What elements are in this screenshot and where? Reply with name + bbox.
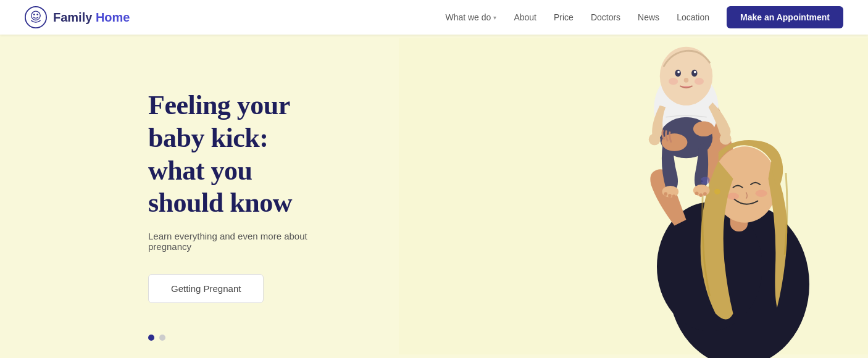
make-appointment-button[interactable]: Make an Appointment bbox=[727, 6, 843, 28]
svg-point-16 bbox=[664, 192, 667, 196]
slide-dots bbox=[148, 335, 165, 341]
svg-point-25 bbox=[675, 70, 681, 77]
svg-point-24 bbox=[660, 47, 713, 106]
svg-point-3 bbox=[36, 14, 38, 15]
nav-item-about[interactable]: About bbox=[514, 12, 536, 22]
svg-point-17 bbox=[668, 194, 672, 198]
hero-section: Feeling your baby kick: what you should … bbox=[0, 35, 868, 358]
logo-icon bbox=[25, 6, 47, 28]
navbar: Family Home What we do ▾ About Price Doc… bbox=[0, 0, 868, 35]
nav-links: What we do ▾ About Price Doctors News Lo… bbox=[445, 6, 843, 28]
svg-point-0 bbox=[25, 7, 46, 28]
nav-item-news[interactable]: News bbox=[638, 12, 659, 22]
slide-dot-1[interactable] bbox=[148, 335, 154, 341]
nav-item-location[interactable]: Location bbox=[677, 12, 709, 22]
svg-point-21 bbox=[703, 192, 707, 196]
getting-pregnant-button[interactable]: Getting Pregnant bbox=[148, 274, 264, 303]
hero-content: Feeling your baby kick: what you should … bbox=[0, 90, 346, 303]
svg-point-26 bbox=[691, 70, 698, 77]
svg-point-10 bbox=[756, 190, 767, 197]
slide-dot-2[interactable] bbox=[159, 335, 165, 341]
svg-point-22 bbox=[649, 133, 661, 145]
svg-text:✦: ✦ bbox=[700, 179, 704, 183]
svg-point-20 bbox=[699, 193, 703, 197]
nav-item-doctors[interactable]: Doctors bbox=[591, 12, 620, 22]
svg-point-18 bbox=[672, 194, 676, 198]
hero-subtitle: Learn everything and even more about pre… bbox=[148, 231, 321, 252]
svg-point-23 bbox=[720, 133, 732, 144]
hero-image: ✦ bbox=[399, 35, 868, 358]
hero-title: Feeling your baby kick: what you should … bbox=[148, 90, 321, 220]
svg-point-29 bbox=[684, 78, 689, 83]
svg-point-11 bbox=[714, 189, 720, 195]
svg-point-33 bbox=[693, 121, 714, 136]
mother-baby-illustration: ✦ bbox=[399, 35, 868, 358]
svg-point-31 bbox=[695, 78, 704, 85]
svg-point-28 bbox=[694, 71, 696, 73]
svg-point-2 bbox=[33, 14, 35, 15]
logo-text: Family Home bbox=[53, 10, 130, 25]
svg-point-19 bbox=[695, 191, 699, 195]
chevron-down-icon: ▾ bbox=[493, 14, 496, 21]
svg-point-27 bbox=[677, 71, 680, 73]
nav-item-price[interactable]: Price bbox=[554, 12, 574, 22]
svg-point-30 bbox=[669, 78, 678, 85]
svg-point-9 bbox=[727, 193, 739, 199]
nav-item-what-we-do[interactable]: What we do ▾ bbox=[445, 12, 496, 22]
logo[interactable]: Family Home bbox=[25, 6, 130, 28]
